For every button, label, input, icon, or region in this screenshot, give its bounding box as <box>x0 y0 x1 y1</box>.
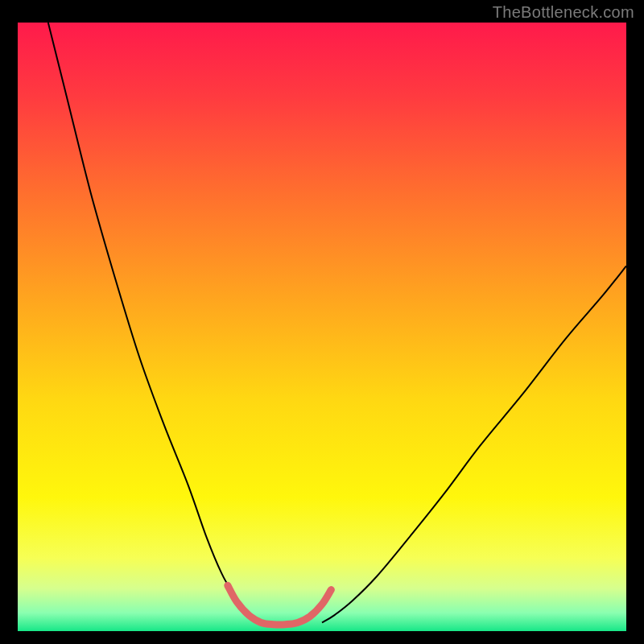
watermark-label: TheBottleneck.com <box>493 3 634 22</box>
bottleneck-chart <box>18 23 626 631</box>
chart-background <box>18 23 626 631</box>
chart-frame: TheBottleneck.com <box>0 0 644 644</box>
chart-plot-area <box>18 23 626 631</box>
